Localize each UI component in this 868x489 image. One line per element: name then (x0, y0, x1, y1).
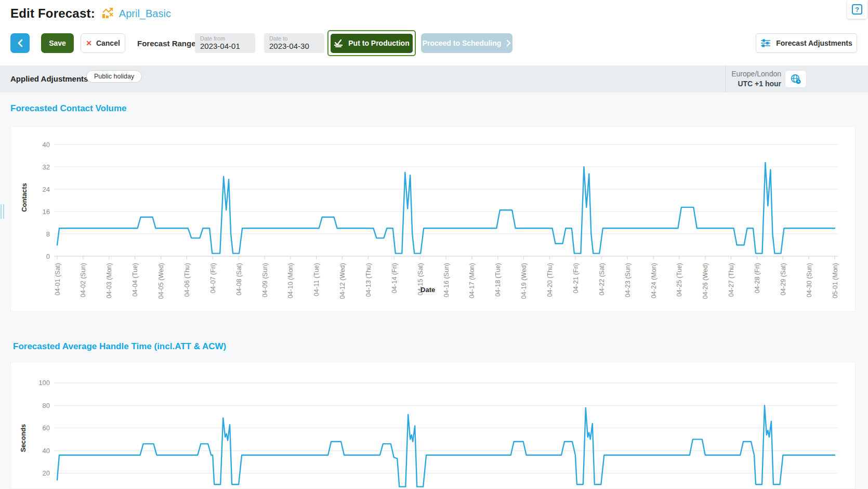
svg-text:04-27 (Thu): 04-27 (Thu) (728, 263, 735, 297)
svg-text:04-21 (Fri): 04-21 (Fri) (572, 263, 580, 293)
svg-text:04-30 (Sun): 04-30 (Sun) (806, 263, 813, 297)
date-from-field[interactable]: Date from 2023-04-01 (195, 33, 255, 53)
svg-text:20: 20 (43, 469, 50, 477)
date-to-label: Date to (269, 35, 319, 42)
aht-title: Forecasted Average Handle Time (incl.ATT… (13, 341, 226, 352)
aht-chart: 10080604020Seconds (11, 362, 856, 489)
utc-offset: UTC +1 hour (731, 79, 781, 89)
put-to-production-button[interactable]: Put to Production (331, 34, 413, 53)
applied-adjustments-bar: Applied Adjustments: Public holiday Euro… (0, 65, 868, 92)
cancel-label: Cancel (96, 39, 120, 47)
side-panel-handle[interactable] (1, 204, 5, 219)
contact-volume-card: 403224168004-01 (Sat)04-02 (Sun)04-03 (M… (10, 126, 856, 312)
svg-text:04-14 (Fri): 04-14 (Fri) (391, 263, 398, 293)
svg-text:8: 8 (46, 230, 50, 238)
svg-text:04-29 (Sat): 04-29 (Sat) (780, 263, 787, 296)
content-area: Forecasted Contact Volume 403224168004-0… (0, 92, 868, 489)
svg-text:04-11 (Tue): 04-11 (Tue) (313, 263, 320, 296)
svg-text:24: 24 (43, 186, 50, 193)
svg-text:Date: Date (420, 286, 435, 294)
timezone-info: Europe/London UTC +1 hour (731, 69, 781, 89)
svg-text:04-10 (Mon): 04-10 (Mon) (287, 263, 294, 298)
contact-volume-chart: 403224168004-01 (Sat)04-02 (Sun)04-03 (M… (11, 127, 856, 314)
forecast-adjustments-button[interactable]: Forecast Adjustments (756, 33, 857, 53)
forecast-range-label: Forecast Range: (137, 33, 199, 53)
forecast-chart-icon (101, 8, 115, 19)
svg-text:04-20 (Thu): 04-20 (Thu) (546, 263, 554, 297)
production-chart-check-icon (334, 39, 344, 47)
svg-text:?: ? (855, 6, 859, 14)
svg-text:04-12 (Wed): 04-12 (Wed) (339, 263, 346, 299)
contact-volume-title: Forecasted Contact Volume (10, 103, 127, 114)
svg-text:04-17 (Mon): 04-17 (Mon) (468, 263, 476, 298)
back-button[interactable] (10, 33, 30, 53)
svg-text:04-02 (Sun): 04-02 (Sun) (80, 263, 87, 297)
sliders-icon (760, 38, 771, 48)
date-to-value: 2023-04-30 (269, 42, 319, 51)
put-to-production-highlight: Put to Production (327, 30, 416, 56)
proceed-label: Proceed to Scheduling (423, 39, 502, 47)
svg-text:04-03 (Mon): 04-03 (Mon) (106, 263, 113, 298)
cancel-x-icon: ✕ (86, 39, 92, 47)
svg-text:Seconds: Seconds (19, 424, 27, 452)
timezone-name: Europe/London (731, 69, 781, 79)
svg-text:04-23 (Sun): 04-23 (Sun) (624, 263, 632, 297)
header: Edit Forecast: April_Basic (10, 6, 171, 21)
help-icon: ? (851, 4, 863, 15)
svg-text:04-04 (Tue): 04-04 (Tue) (131, 263, 139, 297)
svg-text:04-25 (Tue): 04-25 (Tue) (676, 263, 683, 297)
svg-text:04-16 (Sun): 04-16 (Sun) (443, 263, 450, 297)
svg-text:04-13 (Thu): 04-13 (Thu) (365, 263, 372, 297)
svg-text:0: 0 (46, 253, 50, 260)
proceed-to-scheduling-button[interactable]: Proceed to Scheduling (421, 33, 512, 53)
svg-text:04-01 (Sat): 04-01 (Sat) (54, 263, 61, 296)
svg-text:04-26 (Wed): 04-26 (Wed) (702, 263, 709, 299)
svg-text:04-28 (Fri): 04-28 (Fri) (754, 263, 761, 293)
svg-text:40: 40 (43, 447, 50, 455)
svg-text:04-24 (Mon): 04-24 (Mon) (650, 263, 657, 298)
svg-text:04-22 (Sat): 04-22 (Sat) (598, 263, 606, 296)
timezone-button[interactable] (785, 70, 807, 88)
forecast-adjustments-label: Forecast Adjustments (776, 39, 852, 47)
svg-text:60: 60 (43, 424, 50, 432)
svg-text:04-07 (Fri): 04-07 (Fri) (209, 263, 217, 293)
cancel-button[interactable]: ✕ Cancel (81, 33, 125, 53)
svg-text:04-08 (Sat): 04-08 (Sat) (235, 263, 243, 296)
svg-text:32: 32 (43, 163, 50, 171)
svg-text:05-01 (Mon): 05-01 (Mon) (832, 263, 839, 298)
globe-clock-icon (790, 73, 801, 85)
svg-text:40: 40 (43, 141, 50, 149)
date-to-field[interactable]: Date to 2023-04-30 (264, 33, 324, 53)
svg-text:16: 16 (43, 208, 50, 216)
svg-text:100: 100 (38, 379, 50, 387)
chevron-right-icon (506, 39, 511, 47)
divider (725, 65, 726, 92)
svg-text:04-06 (Thu): 04-06 (Thu) (183, 263, 191, 297)
applied-adjustments-label: Applied Adjustments: (10, 74, 90, 83)
help-button[interactable]: ? (847, 0, 867, 19)
svg-text:Contacts: Contacts (20, 183, 28, 212)
save-button[interactable]: Save (41, 33, 74, 53)
aht-card: 10080604020Seconds (10, 362, 856, 489)
edit-forecast-page: ? Edit Forecast: April_Basic Save ✕ Canc… (0, 0, 868, 489)
adjustment-chip[interactable]: Public holiday (86, 70, 142, 83)
svg-text:04-05 (Wed): 04-05 (Wed) (157, 263, 165, 299)
svg-text:80: 80 (43, 402, 50, 409)
page-title: Edit Forecast: (10, 6, 95, 21)
date-from-label: Date from (200, 35, 250, 42)
svg-text:04-19 (Wed): 04-19 (Wed) (520, 263, 528, 299)
put-to-production-label: Put to Production (348, 39, 409, 47)
chevron-left-icon (17, 38, 24, 48)
date-from-value: 2023-04-01 (200, 42, 250, 51)
svg-text:04-09 (Sun): 04-09 (Sun) (261, 263, 269, 297)
svg-text:04-18 (Tue): 04-18 (Tue) (494, 263, 502, 297)
forecast-name-link[interactable]: April_Basic (119, 8, 171, 20)
